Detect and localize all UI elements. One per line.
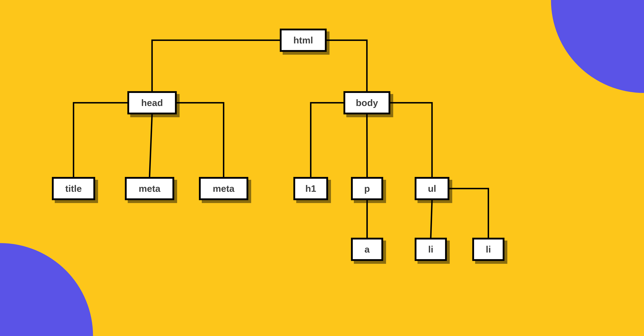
- edge-body-to-h1: [311, 103, 344, 177]
- node-li-2-label: li: [486, 244, 491, 255]
- node-meta-1-label: meta: [139, 183, 160, 194]
- edge-html-to-head: [152, 40, 280, 91]
- node-li-1: li: [415, 238, 447, 261]
- edge-head-to-meta1: [150, 114, 152, 177]
- node-title-label: title: [65, 183, 82, 194]
- diagram-canvas: html head body title meta meta h1 p ul a…: [0, 0, 644, 336]
- node-meta-2: meta: [199, 177, 248, 200]
- edge-head-to-meta2: [177, 103, 224, 177]
- node-li-1-label: li: [428, 244, 434, 255]
- node-head-label: head: [141, 97, 163, 108]
- node-ul-label: ul: [428, 183, 436, 194]
- node-html-label: html: [294, 35, 313, 45]
- edge-ul-to-li2: [449, 189, 488, 238]
- node-a: a: [351, 238, 383, 261]
- edge-head-to-title: [74, 103, 127, 177]
- node-head: head: [127, 91, 177, 114]
- node-html: html: [280, 28, 327, 52]
- edge-html-to-body: [327, 40, 367, 91]
- node-meta-1: meta: [125, 177, 174, 200]
- node-li-2: li: [472, 238, 504, 261]
- node-body: body: [344, 91, 390, 114]
- edge-ul-to-li1: [431, 200, 432, 238]
- node-ul: ul: [415, 177, 449, 200]
- node-p: p: [351, 177, 383, 200]
- node-meta-2-label: meta: [213, 183, 234, 194]
- node-body-label: body: [356, 97, 378, 108]
- node-h1-label: h1: [305, 183, 316, 194]
- node-p-label: p: [364, 183, 370, 194]
- node-title: title: [52, 177, 95, 200]
- edge-body-to-ul: [390, 103, 432, 177]
- node-h1: h1: [294, 177, 328, 200]
- node-a-label: a: [364, 244, 370, 255]
